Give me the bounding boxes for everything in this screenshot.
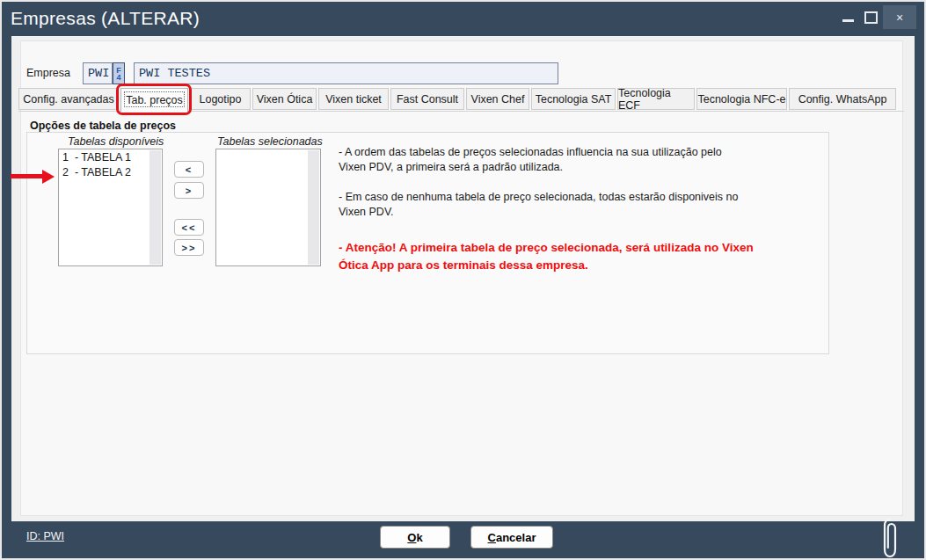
tab-tecnologia-ecf[interactable]: Tecnologia ECF <box>617 88 695 110</box>
paperclip-icon[interactable] <box>879 516 900 560</box>
tab-vixen-otica[interactable]: Vixen Ótica <box>252 88 317 110</box>
available-tables-listbox[interactable]: 1 - TABELA 1 2 - TABELA 2 <box>58 149 163 266</box>
minimize-icon[interactable] <box>842 19 854 22</box>
warning-text: - Atenção! A primeira tabela de preço se… <box>339 239 761 274</box>
note-order: - A ordem das tabelas de preços selecion… <box>339 145 752 175</box>
annotation-arrow <box>11 170 55 184</box>
tab-tecnologia-nfce[interactable]: Tecnologia NFC-e <box>696 88 787 110</box>
scrollbar[interactable] <box>308 150 319 265</box>
maximize-icon[interactable] <box>864 11 878 24</box>
empresas-window: Empresas (ALTERAR) × Empresa PWI F 4 PWI… <box>0 0 926 560</box>
ok-button[interactable]: Ok <box>380 526 450 549</box>
tab-logotipo[interactable]: Logotipo <box>190 88 251 110</box>
tab-vixen-ticket[interactable]: Vixen ticket <box>318 88 389 110</box>
annotation-box <box>116 84 192 115</box>
cancel-button-label: Cancelar <box>488 531 536 544</box>
available-tables-label: Tabelas disponíveis <box>68 135 164 148</box>
id-link[interactable]: ID: PWI <box>26 530 64 542</box>
move-all-right-button[interactable]: >> <box>174 239 204 256</box>
notes-block: - A ordem das tabelas de preços selecion… <box>339 145 761 274</box>
arrow-head <box>42 170 55 184</box>
ok-button-label: Ok <box>407 531 422 544</box>
move-left-button[interactable]: < <box>174 161 204 178</box>
selected-tables-listbox[interactable] <box>215 149 321 266</box>
window-title: Empresas (ALTERAR) <box>11 8 200 29</box>
list-item[interactable]: 2 - TABELA 2 <box>59 164 162 179</box>
note-none-selected: - Em caso de nenhuma tabela de preço sel… <box>339 190 752 220</box>
tab-strip: Config. avançadas Tab. preços Logotipo V… <box>18 88 898 111</box>
tab-vixen-chef[interactable]: Vixen Chef <box>466 88 529 110</box>
f4-lookup-button[interactable]: F 4 <box>113 62 125 84</box>
tab-fast-consult[interactable]: Fast Consult <box>390 88 464 110</box>
f4-bottom: 4 <box>116 74 120 81</box>
empresa-name-input[interactable]: PWI TESTES <box>134 62 558 84</box>
list-item[interactable]: 1 - TABELA 1 <box>59 149 162 164</box>
tab-config-avancadas[interactable]: Config. avançadas <box>18 88 119 110</box>
empresa-code-input[interactable]: PWI <box>83 62 113 84</box>
group-title: Opções de tabela de preços <box>30 120 176 132</box>
selected-tables-label: Tabelas selecionadas <box>217 135 323 148</box>
tab-tecnologia-sat[interactable]: Tecnologia SAT <box>531 88 616 110</box>
move-right-button[interactable]: > <box>174 182 204 199</box>
tab-config-whatsapp[interactable]: Config. WhatsApp <box>789 88 896 110</box>
scrollbar[interactable] <box>149 150 161 265</box>
tab-tab-precos[interactable]: Tab. preços <box>120 88 188 112</box>
arrow-shaft <box>11 174 44 178</box>
tab-tab-precos-label: Tab. preços <box>126 94 183 106</box>
cancel-button[interactable]: Cancelar <box>470 526 553 549</box>
move-all-left-button[interactable]: << <box>174 219 204 236</box>
close-icon[interactable]: × <box>883 5 916 29</box>
empresa-label: Empresa <box>26 67 70 79</box>
footer-bar: ID: PWI Ok Cancelar <box>2 521 924 558</box>
